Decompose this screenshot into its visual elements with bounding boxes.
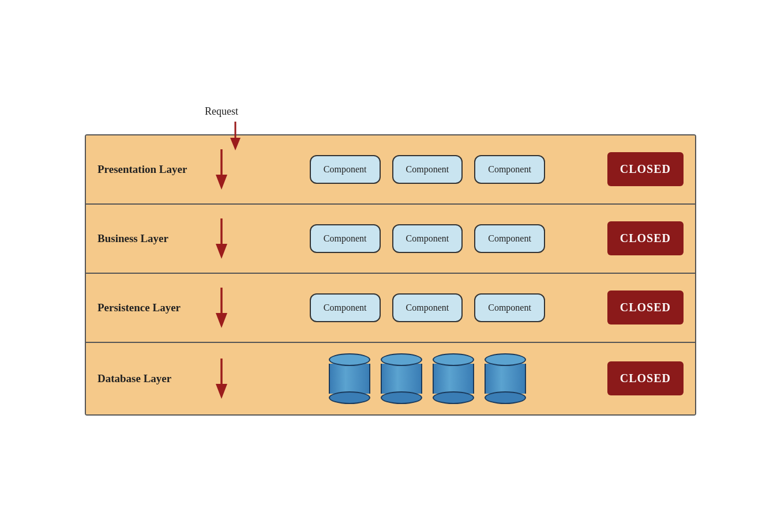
db-cylinder-3 [433,353,474,404]
presentation-arrow [213,149,230,190]
business-layer-row: Business Layer Component Component Compo… [86,205,695,274]
database-layer-row: Database Layer [86,343,695,414]
svg-marker-9 [216,384,227,399]
db-cyl3-top [433,353,474,366]
persistence-layer-label: Persistence Layer [97,301,196,314]
diagram-container: Request Presentation Layer Component Com… [73,105,708,427]
persistence-component-2: Component [392,293,463,322]
persistence-arrow-col [196,288,247,328]
database-closed-badge: CLOSED [607,361,684,395]
persistence-component-1: Component [310,293,381,322]
business-component-2: Component [392,224,463,253]
db-cyl2-top [381,353,422,366]
request-arrow [229,122,242,150]
persistence-arrow [213,288,230,328]
db-cyl1-bottom [329,391,370,404]
persistence-layer-row: Persistence Layer Component Component Co… [86,274,695,343]
request-label: Request [205,105,238,118]
presentation-component-1: Component [310,155,381,184]
database-layer-label: Database Layer [97,372,196,385]
presentation-component-3: Component [474,155,545,184]
database-components [247,353,607,404]
presentation-layer-row: Presentation Layer Component Component C… [86,135,695,205]
business-components: Component Component Component [247,224,607,253]
db-cyl1-body [329,364,370,394]
persistence-component-3: Component [474,293,545,322]
db-cyl1-top [329,353,370,366]
business-arrow [213,218,230,259]
persistence-closed-badge: CLOSED [607,290,684,325]
svg-marker-3 [216,175,227,190]
layers-wrapper: Presentation Layer Component Component C… [85,134,696,416]
db-cyl3-body [433,364,474,394]
presentation-arrow-col [196,149,247,190]
db-cyl3-bottom [433,391,474,404]
db-cyl4-top [485,353,526,366]
database-arrow-col [196,359,247,399]
db-cylinder-4 [485,353,526,404]
svg-marker-5 [216,244,227,259]
business-component-3: Component [474,224,545,253]
db-cyl2-bottom [381,391,422,404]
svg-marker-7 [216,313,227,328]
presentation-closed-badge: CLOSED [607,152,684,186]
persistence-components: Component Component Component [247,293,607,322]
db-cyl4-body [485,364,526,394]
presentation-components: Component Component Component [247,155,607,184]
db-cylinder-1 [329,353,370,404]
business-layer-label: Business Layer [97,232,196,245]
svg-marker-1 [230,138,241,150]
presentation-component-2: Component [392,155,463,184]
business-closed-badge: CLOSED [607,221,684,255]
presentation-layer-label: Presentation Layer [97,163,196,176]
db-cyl2-body [381,364,422,394]
business-arrow-col [196,218,247,259]
db-cyl4-bottom [485,391,526,404]
business-component-1: Component [310,224,381,253]
db-cylinder-2 [381,353,422,404]
database-arrow [213,359,230,399]
